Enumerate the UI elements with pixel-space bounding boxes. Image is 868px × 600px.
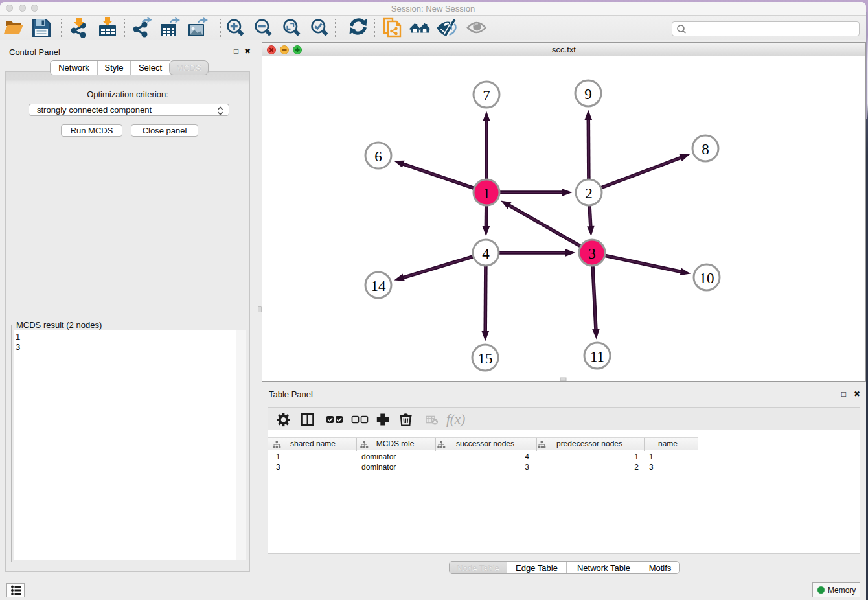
svg-text:3: 3 [588,246,596,262]
svg-text:6: 6 [374,148,382,165]
svg-text:1: 1 [483,185,490,202]
svg-text:f(x): f(x) [446,411,465,427]
svg-text:10: 10 [700,270,714,286]
svg-text:8: 8 [702,141,709,157]
svg-text:4: 4 [482,246,490,262]
svg-text:11: 11 [590,349,604,365]
svg-text:14: 14 [371,278,387,294]
svg-text:15: 15 [478,351,493,367]
svg-text:7: 7 [483,87,490,104]
svg-text:2: 2 [585,185,593,202]
svg-text:9: 9 [584,86,592,102]
